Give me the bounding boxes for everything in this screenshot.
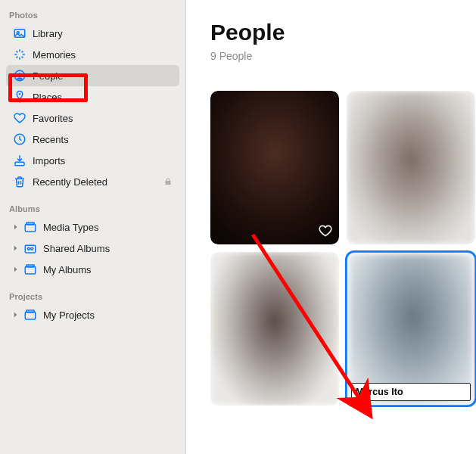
chevron-right-icon [12, 266, 20, 273]
sidebar-item-label: Media Types [43, 222, 173, 233]
sidebar-item-media-types[interactable]: Media Types [6, 216, 179, 238]
svg-rect-9 [25, 245, 36, 253]
folder-icon [23, 308, 38, 322]
chevron-right-icon [12, 223, 20, 231]
photos-lib-icon [12, 26, 27, 40]
svg-point-4 [19, 93, 20, 95]
sidebar-section-projects-title: Projects [5, 288, 181, 304]
sidebar-item-recents[interactable]: Recents [6, 129, 179, 150]
pin-icon [12, 90, 27, 104]
sidebar-item-shared-albums[interactable]: Shared Albums [6, 238, 179, 259]
import-icon [12, 154, 27, 167]
sidebar-item-label: Recently Deleted [33, 176, 163, 188]
favorite-heart-icon[interactable] [318, 223, 333, 238]
sidebar-item-people[interactable]: People [6, 65, 179, 86]
sidebar: Photos Library Memories People Places Fa… [0, 0, 186, 454]
person-tile[interactable] [347, 91, 475, 244]
svg-point-3 [18, 73, 22, 76]
svg-rect-6 [15, 162, 24, 166]
main-content: People 9 People [186, 0, 476, 454]
sidebar-item-places[interactable]: Places [6, 86, 179, 107]
sidebar-item-imports[interactable]: Imports [6, 150, 179, 171]
folder-icon [23, 220, 38, 234]
sidebar-item-label: Recents [33, 134, 173, 145]
sidebar-item-my-albums[interactable]: My Albums [6, 259, 179, 280]
shared-folder-icon [23, 241, 38, 255]
person-name-input[interactable] [351, 383, 471, 401]
sidebar-item-label: My Projects [43, 309, 173, 321]
person-tile[interactable] [210, 252, 339, 406]
sparkle-icon [12, 48, 27, 61]
sidebar-item-label: Imports [33, 155, 173, 166]
sidebar-item-library[interactable]: Library [6, 23, 179, 44]
sidebar-item-label: Shared Albums [43, 243, 173, 254]
sidebar-section-albums-title: Albums [5, 200, 181, 216]
clock-icon [12, 132, 27, 146]
person-tile-selected[interactable] [347, 252, 475, 406]
trash-icon [12, 175, 27, 188]
person-tile[interactable] [210, 91, 339, 244]
sidebar-item-favorites[interactable]: Favorites [6, 107, 179, 129]
sidebar-item-label: My Albums [43, 264, 173, 275]
lock-icon [163, 176, 173, 187]
sidebar-item-recently-deleted[interactable]: Recently Deleted [6, 171, 179, 192]
sidebar-item-label: People [33, 70, 173, 82]
sidebar-item-my-projects[interactable]: My Projects [6, 304, 179, 325]
svg-point-10 [27, 247, 30, 250]
svg-point-11 [31, 247, 33, 250]
sidebar-item-label: Memories [33, 49, 173, 61]
heart-icon [12, 111, 27, 125]
page-subtitle: 9 People [210, 50, 476, 62]
chevron-right-icon [12, 244, 20, 252]
sidebar-item-memories[interactable]: Memories [6, 44, 179, 65]
sidebar-item-label: Favorites [33, 113, 173, 124]
people-grid [210, 91, 476, 406]
sidebar-item-label: Places [33, 92, 173, 103]
sidebar-item-label: Library [33, 28, 173, 39]
page-title: People [210, 20, 476, 45]
chevron-right-icon [12, 311, 20, 319]
person-circle-icon [12, 69, 27, 82]
sidebar-section-photos-title: Photos [5, 6, 181, 23]
folder-icon [23, 263, 38, 276]
